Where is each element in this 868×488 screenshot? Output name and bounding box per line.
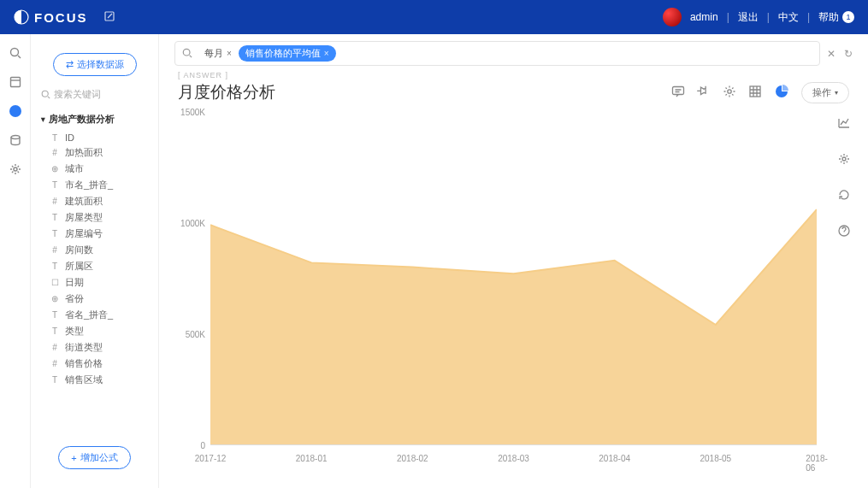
- svg-rect-3: [10, 78, 20, 87]
- user-name[interactable]: admin: [690, 11, 718, 23]
- trend-tool-icon[interactable]: [832, 111, 856, 135]
- field-item[interactable]: #建筑面积: [41, 193, 158, 209]
- field-item[interactable]: T房屋编号: [41, 226, 158, 242]
- page-title: 月度价格分析: [178, 81, 275, 103]
- svg-point-9: [728, 89, 731, 92]
- chip-remove-icon[interactable]: ×: [324, 49, 329, 58]
- query-chip[interactable]: 销售价格的平均值×: [239, 45, 336, 62]
- main-area: 每月×销售价格的平均值× ✕ ↻ [ ANSWER ] 月度价格分析 操作▾: [159, 34, 868, 488]
- nav-active-icon[interactable]: [9, 104, 22, 118]
- field-item[interactable]: T所属区: [41, 258, 158, 274]
- brand-logo: FOCUS: [14, 9, 88, 25]
- chart-side-tools: [832, 111, 856, 243]
- answer-section: [ ANSWER ] 月度价格分析 操作▾: [159, 66, 868, 103]
- chart-type-icon[interactable]: [774, 84, 789, 102]
- field-item[interactable]: T销售区域: [41, 372, 158, 388]
- field-item[interactable]: ⊕城市: [41, 161, 158, 177]
- x-tick: 2018-03: [498, 454, 529, 463]
- chart-plot[interactable]: [210, 112, 817, 445]
- pin-icon[interactable]: [697, 85, 711, 101]
- field-panel: ⇄选择数据源 搜索关键词 房地产数据分析 TID#加热面积⊕城市T市名_拼音_#…: [31, 34, 159, 488]
- svg-point-2: [10, 49, 18, 56]
- y-axis: 0500K1000K1500K: [168, 112, 210, 445]
- field-item[interactable]: T类型: [41, 323, 158, 339]
- chart-container: 0500K1000K1500K 2017-122018-012018-02201…: [159, 103, 868, 488]
- dashboard-icon[interactable]: [9, 75, 22, 89]
- field-item[interactable]: ⊕省份: [41, 291, 158, 307]
- svg-rect-8: [673, 86, 684, 94]
- header-right: admin | 退出 | 中文 | 帮助 1: [663, 8, 854, 26]
- select-source-button[interactable]: ⇄选择数据源: [53, 53, 137, 76]
- x-tick: 2018-01: [296, 454, 328, 463]
- field-item[interactable]: #销售价格: [41, 356, 158, 372]
- add-formula-button[interactable]: +增加公式: [58, 446, 130, 469]
- lang-link[interactable]: 中文: [778, 10, 799, 25]
- search-input[interactable]: 搜索关键词: [31, 85, 158, 104]
- reload-tool-icon[interactable]: [832, 183, 856, 207]
- app-header: FOCUS admin | 退出 | 中文 | 帮助 1: [0, 0, 868, 34]
- svg-point-6: [42, 91, 48, 97]
- operations-button[interactable]: 操作▾: [801, 82, 849, 103]
- query-chip[interactable]: 每月×: [198, 45, 239, 62]
- field-item[interactable]: T省名_拼音_: [41, 307, 158, 323]
- x-axis: 2017-122018-012018-022018-032018-042018-…: [210, 454, 817, 471]
- tree-root[interactable]: 房地产数据分析: [41, 113, 158, 126]
- y-tick: 0: [200, 441, 205, 450]
- y-tick: 1500K: [180, 108, 205, 117]
- clear-icon[interactable]: ✕: [827, 48, 836, 60]
- x-tick: 2018-02: [397, 454, 428, 463]
- x-tick: 2018-04: [599, 454, 630, 463]
- field-item[interactable]: #街道类型: [41, 339, 158, 356]
- x-tick: 2018-05: [700, 454, 731, 463]
- settings-icon[interactable]: [9, 162, 22, 176]
- database-icon[interactable]: [9, 133, 22, 147]
- x-tick: 2018-06: [806, 454, 828, 473]
- svg-point-7: [183, 49, 190, 56]
- help-count: 1: [842, 11, 854, 23]
- logout-link[interactable]: 退出: [738, 10, 759, 25]
- field-item[interactable]: TID: [41, 131, 158, 144]
- comment-icon[interactable]: [671, 85, 685, 101]
- field-item[interactable]: T市名_拼音_: [41, 177, 158, 193]
- config-tool-icon[interactable]: [832, 147, 856, 171]
- query-bar: 每月×销售价格的平均值× ✕ ↻: [159, 34, 868, 66]
- field-item[interactable]: #房间数: [41, 242, 158, 258]
- field-tree: 房地产数据分析 TID#加热面积⊕城市T市名_拼音_#建筑面积T房屋类型T房屋编…: [31, 104, 158, 446]
- x-tick: 2017-12: [195, 454, 227, 463]
- answer-label: [ ANSWER ]: [178, 71, 849, 79]
- refresh-icon[interactable]: ↻: [844, 48, 853, 60]
- y-tick: 500K: [186, 330, 205, 339]
- svg-point-11: [842, 157, 846, 161]
- help-tool-icon[interactable]: [832, 219, 856, 243]
- field-item[interactable]: T房屋类型: [41, 209, 158, 226]
- avatar[interactable]: [663, 8, 682, 26]
- svg-rect-10: [750, 86, 760, 97]
- field-item[interactable]: #加热面积: [41, 144, 158, 161]
- help-link[interactable]: 帮助 1: [818, 10, 854, 25]
- brand-text: FOCUS: [34, 10, 88, 25]
- svg-point-5: [14, 168, 17, 171]
- query-input[interactable]: 每月×销售价格的平均值×: [174, 41, 820, 66]
- chip-remove-icon[interactable]: ×: [227, 49, 232, 58]
- y-tick: 1000K: [180, 219, 205, 228]
- field-item[interactable]: ☐日期: [41, 274, 158, 291]
- gear-icon[interactable]: [723, 85, 736, 101]
- search-icon: [182, 48, 192, 60]
- table-icon[interactable]: [748, 85, 762, 101]
- edit-icon[interactable]: [103, 10, 115, 25]
- logo-icon: [14, 9, 29, 25]
- search-icon[interactable]: [9, 46, 22, 60]
- nav-rail: [0, 34, 31, 488]
- svg-point-4: [11, 136, 20, 139]
